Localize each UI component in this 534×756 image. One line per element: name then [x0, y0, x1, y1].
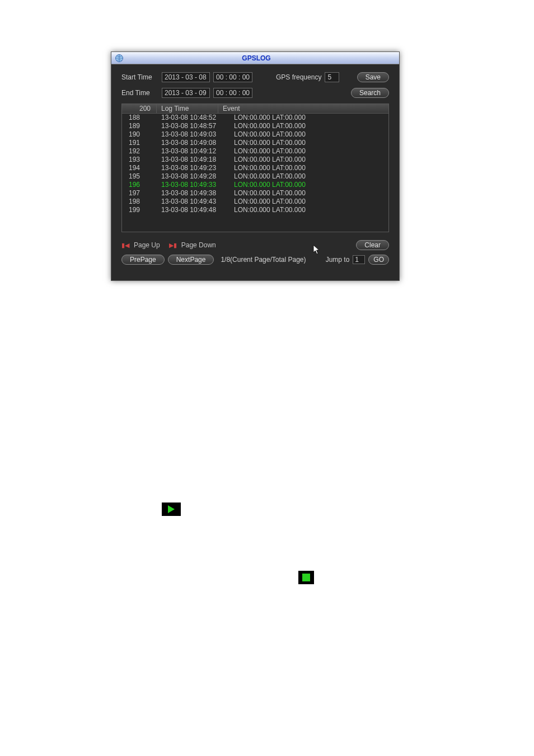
row-time: 13-03-08 10:49:08 — [157, 139, 229, 147]
row-time: 13-03-08 10:49:38 — [157, 189, 229, 198]
page-up-link[interactable]: Page Up — [134, 241, 160, 249]
page-up-icon: ▮◀ — [121, 242, 129, 249]
table-body: 18813-03-08 10:48:52LON:00.000 LAT:00.00… — [122, 114, 388, 214]
page-info: 1/8(Curent Page/Total Page) — [221, 256, 306, 264]
table-row[interactable]: 19113-03-08 10:49:08LON:00.000 LAT:00.00… — [122, 139, 388, 147]
row-event: LON:00.000 LAT:00.000 — [229, 114, 388, 122]
gpslog-dialog: GPSLOG Start Time GPS frequency Save End… — [111, 51, 400, 281]
row-event: LON:00.000 LAT:00.000 — [229, 206, 388, 214]
row-event: LON:00.000 LAT:00.000 — [229, 181, 388, 189]
table-row[interactable]: 19713-03-08 10:49:38LON:00.000 LAT:00.00… — [122, 189, 388, 198]
row-event: LON:00.000 LAT:00.000 — [229, 147, 388, 156]
row-event: LON:00.000 LAT:00.000 — [229, 130, 388, 139]
table-header: 200 Log Time Event — [122, 104, 388, 114]
log-table: 200 Log Time Event 18813-03-08 10:48:52L… — [121, 104, 389, 232]
save-button[interactable]: Save — [357, 72, 389, 82]
pagination-row-1: ▮◀ Page Up ▶▮ Page Down Clear — [121, 240, 389, 250]
table-row[interactable]: 19413-03-08 10:49:23LON:00.000 LAT:00.00… — [122, 164, 388, 172]
col-time-header[interactable]: Log Time — [157, 104, 218, 113]
end-time-row: End Time Search — [121, 88, 389, 98]
table-row[interactable]: 19213-03-08 10:49:12LON:00.000 LAT:00.00… — [122, 147, 388, 156]
row-index: 199 — [122, 206, 157, 214]
row-index: 198 — [122, 198, 157, 206]
row-index: 189 — [122, 122, 157, 130]
row-time: 13-03-08 10:49:23 — [157, 164, 229, 172]
row-event: LON:00.000 LAT:00.000 — [229, 198, 388, 206]
end-time-label: End Time — [121, 89, 158, 97]
table-row[interactable]: 19613-03-08 10:49:33LON:00.000 LAT:00.00… — [122, 181, 388, 189]
page-down-icon: ▶▮ — [169, 242, 177, 249]
start-date-field[interactable] — [162, 72, 210, 82]
row-index: 196 — [122, 181, 157, 189]
row-event: LON:00.000 LAT:00.000 — [229, 122, 388, 130]
dialog-title: GPSLOG — [127, 54, 386, 62]
row-event: LON:00.000 LAT:00.000 — [229, 164, 388, 172]
row-event: LON:00.000 LAT:00.000 — [229, 189, 388, 198]
start-time-row: Start Time GPS frequency Save — [121, 72, 389, 82]
table-row[interactable]: 18813-03-08 10:48:52LON:00.000 LAT:00.00… — [122, 114, 388, 122]
row-time: 13-03-08 10:49:03 — [157, 130, 229, 139]
row-time: 13-03-08 10:49:43 — [157, 198, 229, 206]
pagination-row-2: PrePage NextPage 1/8(Curent Page/Total P… — [121, 255, 389, 265]
gps-frequency-field[interactable] — [325, 72, 339, 82]
start-time-field[interactable] — [213, 72, 252, 82]
end-time-field[interactable] — [213, 88, 252, 98]
dialog-content: Start Time GPS frequency Save End Time S… — [111, 64, 399, 271]
nextpage-button[interactable]: NextPage — [168, 255, 214, 265]
globe-icon — [115, 54, 124, 63]
jump-to-label: Jump to — [326, 256, 350, 264]
page-down-link[interactable]: Page Down — [181, 241, 216, 249]
row-index: 197 — [122, 189, 157, 198]
row-time: 13-03-08 10:49:33 — [157, 181, 229, 189]
table-row[interactable]: 19013-03-08 10:49:03LON:00.000 LAT:00.00… — [122, 130, 388, 139]
table-row[interactable]: 19913-03-08 10:49:48LON:00.000 LAT:00.00… — [122, 206, 388, 214]
row-event: LON:00.000 LAT:00.000 — [229, 156, 388, 164]
gps-frequency-label: GPS frequency — [276, 73, 321, 81]
table-row[interactable]: 18913-03-08 10:48:57LON:00.000 LAT:00.00… — [122, 122, 388, 130]
table-row[interactable]: 19313-03-08 10:49:18LON:00.000 LAT:00.00… — [122, 156, 388, 164]
row-index: 194 — [122, 164, 157, 172]
row-time: 13-03-08 10:49:28 — [157, 172, 229, 181]
row-time: 13-03-08 10:49:18 — [157, 156, 229, 164]
row-time: 13-03-08 10:48:52 — [157, 114, 229, 122]
jump-to-field[interactable] — [353, 255, 365, 264]
col-index-header[interactable]: 200 — [122, 104, 157, 113]
titlebar: GPSLOG — [111, 52, 399, 64]
prepage-button[interactable]: PrePage — [121, 255, 165, 265]
row-index: 190 — [122, 130, 157, 139]
row-time: 13-03-08 10:48:57 — [157, 122, 229, 130]
row-time: 13-03-08 10:49:48 — [157, 206, 229, 214]
end-date-field[interactable] — [162, 88, 210, 98]
table-row[interactable]: 19813-03-08 10:49:43LON:00.000 LAT:00.00… — [122, 198, 388, 206]
row-event: LON:00.000 LAT:00.000 — [229, 139, 388, 147]
search-button[interactable]: Search — [351, 88, 389, 98]
row-index: 192 — [122, 147, 157, 156]
col-event-header[interactable]: Event — [218, 104, 388, 113]
clear-button[interactable]: Clear — [356, 240, 389, 250]
row-index: 191 — [122, 139, 157, 147]
play-icon[interactable] — [162, 503, 181, 516]
stop-icon[interactable] — [298, 571, 314, 584]
table-row[interactable]: 19513-03-08 10:49:28LON:00.000 LAT:00.00… — [122, 172, 388, 181]
start-time-label: Start Time — [121, 73, 158, 81]
row-index: 188 — [122, 114, 157, 122]
row-time: 13-03-08 10:49:12 — [157, 147, 229, 156]
go-button[interactable]: GO — [368, 255, 389, 265]
row-index: 195 — [122, 172, 157, 181]
row-index: 193 — [122, 156, 157, 164]
row-event: LON:00.000 LAT:00.000 — [229, 172, 388, 181]
